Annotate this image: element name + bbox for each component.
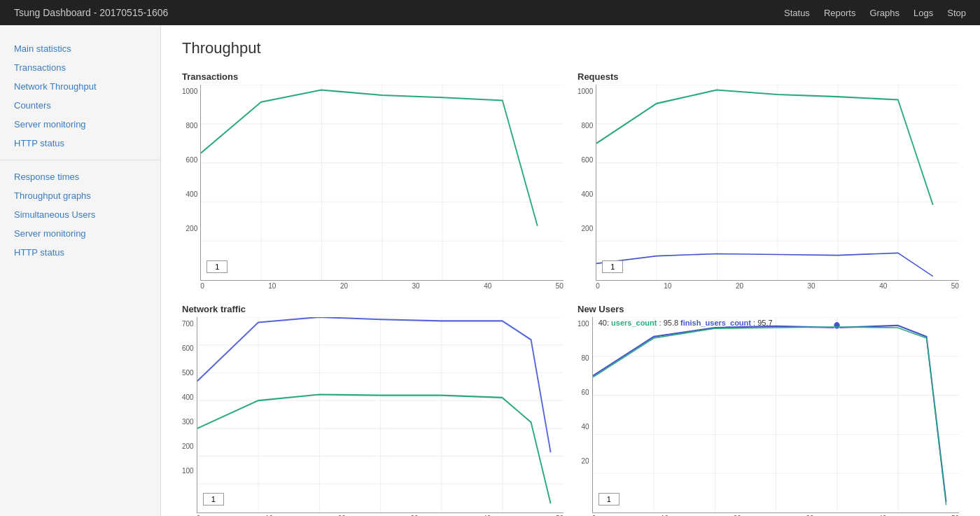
sidebar-item-response-times[interactable]: Response times xyxy=(0,167,160,186)
sidebar-item-server-monitoring-2[interactable]: Server monitoring xyxy=(0,224,160,243)
nav-status[interactable]: Status xyxy=(784,8,810,18)
sidebar-section-2: Response times Throughput graphs Simulta… xyxy=(0,167,160,262)
chart-network-title: Network traffic xyxy=(182,304,564,314)
header: Tsung Dashboard - 20170515-1606 Status R… xyxy=(0,0,980,25)
svg-point-42 xyxy=(834,321,840,329)
header-nav: Status Reports Graphs Logs Stop xyxy=(784,8,966,18)
sidebar: Main statistics Transactions Network Thr… xyxy=(0,25,161,516)
transactions-input[interactable] xyxy=(206,260,227,273)
y-axis-new-users: 100 80 60 40 20 xyxy=(578,317,592,499)
x-axis-requests: 0 10 20 30 40 50 xyxy=(596,281,959,290)
requests-input[interactable] xyxy=(602,260,623,273)
network-input[interactable] xyxy=(203,493,224,505)
x-axis-network: 0 10 20 30 40 50 xyxy=(197,513,564,516)
sidebar-item-throughput-graphs[interactable]: Throughput graphs xyxy=(0,186,160,205)
sidebar-item-network-throughput[interactable]: Network Throughput xyxy=(0,77,160,96)
chart-tooltip-new-users: 40: users_count : 95.8 finish_users_coun… xyxy=(598,319,773,327)
sidebar-section-1: Main statistics Transactions Network Thr… xyxy=(0,39,160,153)
sidebar-item-simultaneous-users[interactable]: Simultaneous Users xyxy=(0,205,160,224)
sidebar-item-counters[interactable]: Counters xyxy=(0,96,160,115)
sidebar-item-http-status-1[interactable]: HTTP status xyxy=(0,134,160,153)
chart-requests: Requests 1000 800 600 400 200 xyxy=(578,71,959,290)
sidebar-item-main-statistics[interactable]: Main statistics xyxy=(0,39,160,58)
chart-new-users: New Users 100 80 60 40 20 xyxy=(578,304,959,516)
main-content: Throughput Transactions 1000 800 600 400… xyxy=(161,25,980,516)
x-axis-transactions: 0 10 20 30 40 50 xyxy=(200,281,564,290)
y-axis-transactions: 1000 800 600 400 200 xyxy=(182,85,200,267)
chart-area-requests xyxy=(596,85,959,281)
sidebar-item-server-monitoring-1[interactable]: Server monitoring xyxy=(0,115,160,134)
chart-new-users-title: New Users xyxy=(578,304,959,314)
page-title: Throughput xyxy=(182,39,959,57)
layout: Main statistics Transactions Network Thr… xyxy=(0,25,980,516)
y-axis-network: 700 600 500 400 300 200 100 xyxy=(182,317,197,499)
chart-transactions: Transactions 1000 800 600 400 200 xyxy=(182,71,564,290)
charts-grid: Transactions 1000 800 600 400 200 xyxy=(182,71,959,516)
x-axis-new-users: 0 10 20 30 40 50 xyxy=(592,513,959,516)
nav-graphs[interactable]: Graphs xyxy=(869,8,899,18)
sidebar-divider xyxy=(0,160,160,160)
new-users-input[interactable] xyxy=(598,493,620,505)
app-title: Tsung Dashboard - 20170515-1606 xyxy=(14,7,168,18)
sidebar-item-transactions[interactable]: Transactions xyxy=(0,58,160,77)
chart-area-network xyxy=(197,317,564,513)
nav-logs[interactable]: Logs xyxy=(913,8,933,18)
chart-area-new-users: 40: users_count : 95.8 finish_users_coun… xyxy=(592,317,959,513)
nav-reports[interactable]: Reports xyxy=(824,8,856,18)
sidebar-item-http-status-2[interactable]: HTTP status xyxy=(0,243,160,262)
y-axis-requests: 1000 800 600 400 200 xyxy=(578,85,596,267)
chart-network-traffic: Network traffic 700 600 500 400 300 200 … xyxy=(182,304,564,516)
chart-transactions-title: Transactions xyxy=(182,71,564,82)
chart-requests-title: Requests xyxy=(578,71,959,82)
chart-area-transactions xyxy=(200,85,564,281)
nav-stop[interactable]: Stop xyxy=(947,8,966,18)
